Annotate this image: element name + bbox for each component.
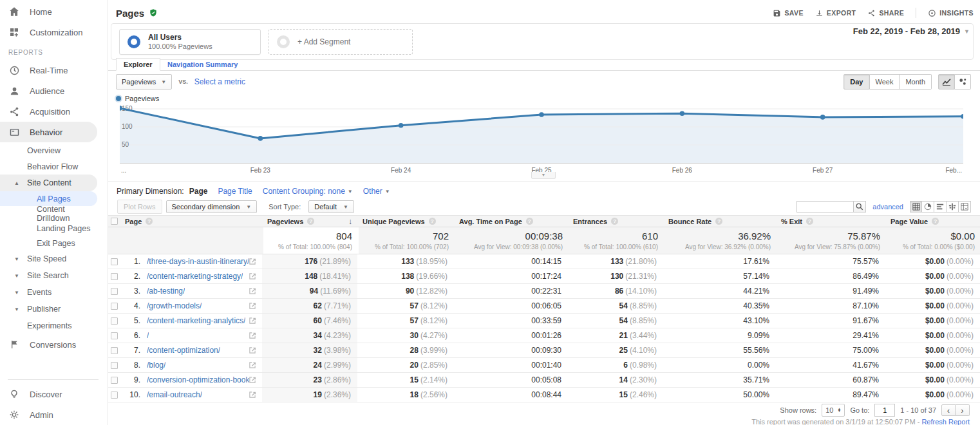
comparison-view-button[interactable] bbox=[947, 201, 959, 212]
row-checkbox[interactable] bbox=[111, 362, 118, 369]
percentage-view-button[interactable] bbox=[922, 201, 934, 212]
add-segment-button[interactable]: + Add Segment bbox=[269, 29, 413, 55]
sidebar-item-admin[interactable]: Admin bbox=[0, 404, 97, 425]
open-in-new-icon[interactable] bbox=[249, 362, 256, 368]
data-point[interactable] bbox=[820, 115, 825, 120]
sidebar-item-site-speed[interactable]: ▼ Site Speed bbox=[0, 250, 97, 267]
sidebar-item-experiments[interactable]: Experiments bbox=[0, 317, 97, 334]
sidebar-item-exit-pages[interactable]: Exit Pages bbox=[0, 236, 97, 250]
column-header-page[interactable]: Page? bbox=[120, 216, 262, 227]
sidebar-item-site-search[interactable]: ▼ Site Search bbox=[0, 267, 97, 284]
dimension-content-grouping[interactable]: Content Grouping: none ▼ bbox=[263, 187, 353, 196]
show-rows-select[interactable]: 10 ▲▼ bbox=[822, 404, 845, 417]
data-point[interactable] bbox=[539, 112, 544, 117]
row-checkbox[interactable] bbox=[111, 303, 118, 310]
save-button[interactable]: SAVE bbox=[773, 9, 803, 17]
sidebar-item-overview[interactable]: Overview bbox=[0, 142, 97, 158]
dimension-page[interactable]: Page bbox=[189, 187, 208, 196]
open-in-new-icon[interactable] bbox=[249, 273, 256, 279]
select-all-checkbox[interactable] bbox=[111, 218, 118, 225]
open-in-new-icon[interactable] bbox=[249, 288, 256, 294]
data-view-button[interactable] bbox=[910, 201, 922, 212]
row-checkbox[interactable] bbox=[111, 258, 118, 265]
page-link[interactable]: /content-optimization/ bbox=[147, 346, 220, 355]
page-link[interactable]: /content-marketing-analytics/ bbox=[147, 316, 245, 325]
secondary-dimension-dropdown[interactable]: Secondary dimension ▼ bbox=[166, 200, 258, 213]
column-header-avg_time[interactable]: Avg. Time on Page? bbox=[454, 216, 568, 227]
sidebar-item-content-drilldown[interactable]: Content Drilldown bbox=[0, 206, 97, 221]
refresh-report-link[interactable]: Refresh Report bbox=[921, 418, 970, 425]
page-link[interactable]: /blog/ bbox=[147, 361, 165, 370]
sidebar-item-discover[interactable]: Discover bbox=[0, 384, 97, 404]
metric-dropdown[interactable]: Pageviews ▼ bbox=[116, 74, 172, 90]
search-button[interactable] bbox=[853, 201, 866, 212]
open-in-new-icon[interactable] bbox=[249, 392, 256, 398]
share-button[interactable]: SHARE bbox=[867, 9, 904, 17]
column-header-pageviews[interactable]: Pageviews?↓ bbox=[262, 216, 357, 227]
sidebar-item-behavior[interactable]: Behavior bbox=[0, 122, 97, 142]
page-link[interactable]: / bbox=[147, 331, 149, 340]
help-icon[interactable]: ? bbox=[611, 218, 618, 225]
sidebar-item-landing-pages[interactable]: Landing Pages bbox=[0, 221, 97, 236]
next-page-button[interactable]: › bbox=[956, 404, 970, 416]
granularity-week[interactable]: Week bbox=[870, 74, 900, 90]
sidebar-item-events[interactable]: ▼ Events bbox=[0, 284, 97, 301]
chart-expander[interactable]: ▼ bbox=[531, 172, 556, 179]
data-point[interactable] bbox=[258, 136, 263, 141]
row-checkbox[interactable] bbox=[111, 347, 118, 354]
help-icon[interactable]: ? bbox=[526, 218, 533, 225]
row-checkbox[interactable] bbox=[111, 273, 118, 280]
help-icon[interactable]: ? bbox=[932, 218, 939, 225]
help-icon[interactable]: ? bbox=[146, 218, 153, 225]
help-icon[interactable]: ? bbox=[307, 218, 314, 225]
dimension-other[interactable]: Other ▼ bbox=[363, 187, 390, 196]
granularity-month[interactable]: Month bbox=[900, 74, 932, 90]
granularity-day[interactable]: Day bbox=[843, 74, 869, 90]
tab-navigation-summary[interactable]: Navigation Summary bbox=[167, 59, 238, 70]
line-chart-button[interactable] bbox=[938, 74, 955, 90]
sort-desc-icon[interactable]: ↓ bbox=[348, 217, 352, 226]
row-checkbox[interactable] bbox=[111, 317, 118, 325]
performance-view-button[interactable] bbox=[934, 201, 947, 212]
pivot-view-button[interactable] bbox=[959, 201, 971, 212]
data-point[interactable] bbox=[680, 111, 685, 116]
dimension-page-title[interactable]: Page Title bbox=[218, 187, 252, 196]
column-header-value[interactable]: Page Value? bbox=[885, 216, 980, 227]
data-point[interactable] bbox=[399, 123, 404, 128]
table-search-input[interactable] bbox=[796, 201, 853, 212]
export-button[interactable]: EXPORT bbox=[815, 9, 856, 17]
insights-button[interactable]: INSIGHTS bbox=[928, 9, 974, 17]
plot-rows-button[interactable]: Plot Rows bbox=[117, 200, 162, 214]
page-link[interactable]: /email-outreach/ bbox=[147, 390, 202, 399]
open-in-new-icon[interactable] bbox=[249, 303, 256, 309]
row-checkbox[interactable] bbox=[111, 332, 118, 339]
open-in-new-icon[interactable] bbox=[249, 347, 256, 354]
open-in-new-icon[interactable] bbox=[249, 317, 256, 324]
row-checkbox[interactable] bbox=[111, 288, 118, 295]
page-link[interactable]: /conversion-optimization-books/ bbox=[147, 375, 249, 384]
sidebar-item-home[interactable]: Home bbox=[0, 1, 97, 22]
sidebar-item-realtime[interactable]: Real-Time bbox=[0, 60, 97, 80]
select-metric-link[interactable]: Select a metric bbox=[194, 77, 245, 86]
prev-page-button[interactable]: ‹ bbox=[941, 404, 956, 416]
column-header-bounce[interactable]: Bounce Rate? bbox=[663, 216, 776, 227]
sidebar-item-acquisition[interactable]: Acquisition bbox=[0, 101, 97, 122]
sidebar-item-behavior-flow[interactable]: Behavior Flow bbox=[0, 158, 97, 175]
tab-explorer[interactable]: Explorer bbox=[116, 58, 160, 71]
row-checkbox[interactable] bbox=[111, 392, 118, 399]
page-link[interactable]: /growth-models/ bbox=[147, 301, 202, 310]
sidebar-item-site-content[interactable]: ▲ Site Content bbox=[0, 175, 97, 191]
motion-chart-button[interactable] bbox=[955, 74, 971, 90]
help-icon[interactable]: ? bbox=[715, 218, 722, 225]
sort-type-dropdown[interactable]: Default ▼ bbox=[308, 200, 354, 213]
help-icon[interactable]: ? bbox=[806, 218, 813, 225]
open-in-new-icon[interactable] bbox=[249, 332, 256, 339]
advanced-filter-link[interactable]: advanced bbox=[872, 203, 903, 211]
page-link[interactable]: /three-days-in-austin-itinerary/ bbox=[147, 257, 249, 266]
segment-all-users[interactable]: All Users 100.00% Pageviews bbox=[119, 29, 261, 55]
column-header-exit[interactable]: % Exit? bbox=[776, 216, 885, 227]
open-in-new-icon[interactable] bbox=[249, 258, 256, 265]
pageviews-chart[interactable]: 50100150...Feb 23Feb 24Feb 25Feb 26Feb 2… bbox=[120, 104, 963, 176]
sidebar-item-customization[interactable]: Customization bbox=[0, 22, 97, 42]
page-link[interactable]: /content-marketing-strategy/ bbox=[147, 272, 243, 281]
